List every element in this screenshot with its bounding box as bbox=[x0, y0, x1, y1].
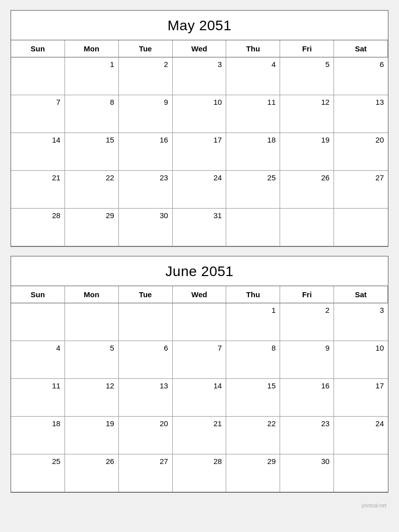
day-cell: 4 bbox=[226, 57, 280, 95]
day-number: 23 bbox=[121, 173, 168, 182]
day-cell bbox=[119, 303, 173, 341]
day-number: 19 bbox=[283, 136, 329, 144]
day-number: 22 bbox=[229, 419, 276, 428]
day-number: 29 bbox=[229, 457, 276, 466]
day-cell: 26 bbox=[65, 454, 119, 492]
day-number: 14 bbox=[14, 136, 60, 144]
day-number: 9 bbox=[283, 344, 329, 352]
day-number: 15 bbox=[229, 381, 276, 390]
day-cell: 21 bbox=[11, 171, 65, 209]
header-mon: Mon bbox=[65, 286, 119, 303]
day-number: 31 bbox=[175, 211, 222, 220]
day-cell: 5 bbox=[65, 341, 119, 379]
header-tue: Tue bbox=[119, 286, 173, 303]
calendar-title-0: May 2051 bbox=[11, 11, 388, 40]
header-sun: Sun bbox=[11, 286, 65, 303]
day-number: 22 bbox=[68, 173, 114, 182]
day-number: 1 bbox=[68, 60, 114, 69]
day-number: 24 bbox=[175, 173, 222, 182]
day-number: 2 bbox=[121, 60, 168, 69]
day-number: 18 bbox=[14, 419, 60, 428]
day-cell: 16 bbox=[280, 379, 334, 417]
day-number: 4 bbox=[14, 344, 60, 352]
day-number: 26 bbox=[283, 173, 329, 182]
day-cell: 12 bbox=[65, 379, 119, 417]
day-cell bbox=[65, 303, 119, 341]
header-wed: Wed bbox=[173, 40, 227, 57]
day-cell: 25 bbox=[11, 454, 65, 492]
header-sat: Sat bbox=[334, 40, 388, 57]
day-cell: 26 bbox=[280, 171, 334, 209]
day-number: 10 bbox=[337, 344, 384, 352]
day-number: 23 bbox=[283, 419, 329, 428]
day-number: 13 bbox=[337, 98, 384, 106]
day-number: 11 bbox=[14, 381, 60, 390]
day-number: 27 bbox=[337, 173, 384, 182]
day-number: 7 bbox=[175, 344, 222, 352]
day-cell: 2 bbox=[280, 303, 334, 341]
day-cell: 27 bbox=[334, 171, 388, 209]
calendar-title-1: June 2051 bbox=[11, 256, 388, 286]
day-cell: 24 bbox=[334, 417, 388, 454]
day-cell: 31 bbox=[173, 209, 227, 246]
day-cell: 1 bbox=[226, 303, 280, 341]
day-cell: 9 bbox=[280, 341, 334, 379]
header-sat: Sat bbox=[334, 286, 388, 303]
day-number: 15 bbox=[68, 136, 114, 144]
day-number: 21 bbox=[14, 173, 60, 182]
day-cell: 18 bbox=[11, 417, 65, 454]
day-number: 17 bbox=[337, 381, 384, 390]
day-cell: 21 bbox=[173, 417, 227, 454]
day-cell: 28 bbox=[11, 209, 65, 246]
day-cell: 16 bbox=[119, 133, 173, 171]
day-number: 28 bbox=[14, 211, 60, 220]
day-cell: 8 bbox=[226, 341, 280, 379]
day-cell bbox=[11, 57, 65, 95]
day-number: 16 bbox=[283, 381, 329, 390]
day-number: 27 bbox=[121, 457, 168, 466]
day-cell: 30 bbox=[119, 209, 173, 246]
day-cell: 10 bbox=[334, 341, 388, 379]
day-number: 8 bbox=[68, 98, 114, 106]
day-cell: 7 bbox=[11, 95, 65, 133]
day-number: 12 bbox=[283, 98, 329, 106]
day-cell: 8 bbox=[65, 95, 119, 133]
day-cell: 15 bbox=[65, 133, 119, 171]
day-cell: 2 bbox=[119, 57, 173, 95]
header-wed: Wed bbox=[173, 286, 227, 303]
day-number: 30 bbox=[121, 211, 168, 220]
day-number: 24 bbox=[337, 419, 384, 428]
day-cell: 5 bbox=[280, 57, 334, 95]
day-cell: 11 bbox=[226, 95, 280, 133]
day-number: 9 bbox=[121, 98, 168, 106]
day-cell: 14 bbox=[11, 133, 65, 171]
day-number: 30 bbox=[283, 457, 329, 466]
day-cell: 22 bbox=[226, 417, 280, 454]
day-cell: 13 bbox=[119, 379, 173, 417]
day-number: 20 bbox=[121, 419, 168, 428]
calendar-grid-0: SunMonTueWedThuFriSat1234567891011121314… bbox=[11, 40, 388, 246]
calendar-container: May 2051SunMonTueWedThuFriSat12345678910… bbox=[11, 10, 388, 509]
day-number: 6 bbox=[337, 60, 384, 69]
day-number: 19 bbox=[68, 419, 114, 428]
day-number: 10 bbox=[175, 98, 222, 106]
day-cell: 27 bbox=[119, 454, 173, 492]
header-mon: Mon bbox=[65, 40, 119, 57]
day-cell: 24 bbox=[173, 171, 227, 209]
day-cell: 10 bbox=[173, 95, 227, 133]
day-cell: 19 bbox=[65, 417, 119, 454]
day-number: 1 bbox=[229, 306, 276, 314]
day-cell: 15 bbox=[226, 379, 280, 417]
day-number: 8 bbox=[229, 344, 276, 352]
day-cell: 28 bbox=[173, 454, 227, 492]
day-cell: 3 bbox=[334, 303, 388, 341]
day-cell: 14 bbox=[173, 379, 227, 417]
day-cell: 13 bbox=[334, 95, 388, 133]
watermark: printcal.net bbox=[11, 502, 388, 509]
header-fri: Fri bbox=[280, 286, 334, 303]
day-cell: 17 bbox=[173, 133, 227, 171]
day-cell bbox=[226, 209, 280, 246]
day-cell: 19 bbox=[280, 133, 334, 171]
day-cell bbox=[173, 303, 227, 341]
day-number: 21 bbox=[175, 419, 222, 428]
